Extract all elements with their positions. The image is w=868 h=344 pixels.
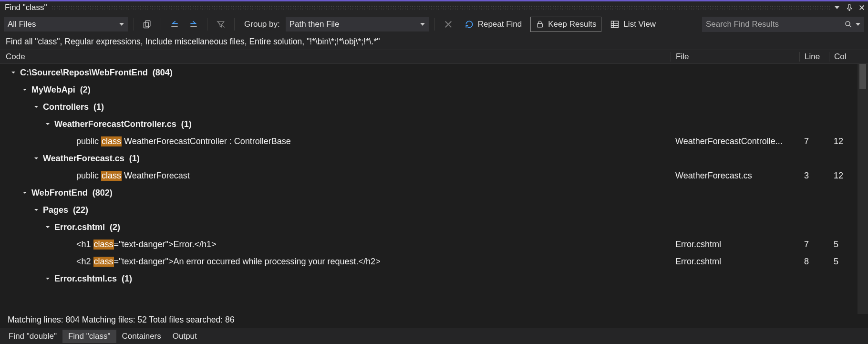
result-row[interactable]: <h1 class="text-danger">Error.</h1> Erro… <box>0 236 868 253</box>
result-row[interactable]: public class WeatherForecast WeatherFore… <box>0 167 868 184</box>
tree-group[interactable]: MyWebApi (2) <box>0 81 868 98</box>
file-label: Error.cshtml <box>54 222 105 232</box>
column-file[interactable]: File <box>671 52 799 62</box>
result-file: Error.cshtml <box>671 240 799 250</box>
result-col: 5 <box>829 257 858 267</box>
result-row[interactable]: <h2 class="text-danger">An error occurre… <box>0 253 868 270</box>
file-count: (2) <box>110 222 120 232</box>
result-line: 8 <box>799 257 829 267</box>
column-col[interactable]: Col <box>829 52 858 62</box>
tab-find-double[interactable]: Find "double" <box>3 330 62 343</box>
tree-group[interactable]: WebFrontEnd (802) <box>0 184 868 201</box>
group-label: Controllers <box>43 102 89 112</box>
group-label: C:\Source\Repos\WebFrontEnd <box>20 68 148 78</box>
group-label: WebFrontEnd <box>31 188 88 198</box>
group-count: (22) <box>73 205 88 215</box>
match-highlight: class <box>101 171 122 181</box>
copy-icon[interactable] <box>140 17 155 31</box>
tree-group[interactable]: Pages (22) <box>0 201 868 219</box>
tab-find-class[interactable]: Find "class" <box>62 330 116 343</box>
prev-result-icon[interactable] <box>167 17 182 31</box>
code-pre: public <box>76 171 101 181</box>
match-highlight: class <box>93 257 114 267</box>
tree-group[interactable]: Controllers (1) <box>0 98 868 115</box>
column-code[interactable]: Code <box>0 52 671 62</box>
search-results-input[interactable]: Search Find Results <box>702 17 864 32</box>
result-file: WeatherForecast.cs <box>671 171 799 181</box>
tree-group-root[interactable]: C:\Source\Repos\WebFrontEnd (804) <box>0 64 868 81</box>
result-col: 12 <box>829 171 858 181</box>
tree-file[interactable]: Error.cshtml.cs (1) <box>0 270 868 287</box>
keep-results-label: Keep Results <box>548 20 596 29</box>
svg-rect-1 <box>144 22 149 28</box>
group-label: MyWebApi <box>31 85 75 95</box>
expander-icon[interactable] <box>32 206 40 214</box>
repeat-find-button[interactable]: Repeat Find <box>460 17 527 32</box>
window-options-icon[interactable] <box>834 4 840 11</box>
toolbar: All Files Group by: Path then File <box>0 14 868 35</box>
code-post: ="text-danger">Error.</h1> <box>114 240 217 250</box>
list-view-button[interactable]: List View <box>605 17 661 32</box>
column-line[interactable]: Line <box>799 52 829 62</box>
file-count: (1) <box>181 119 192 129</box>
expander-icon[interactable] <box>32 103 40 111</box>
group-label: Pages <box>43 205 68 215</box>
results-tree[interactable]: C:\Source\Repos\WebFrontEnd (804) MyWebA… <box>0 64 868 314</box>
result-col: 5 <box>829 240 858 250</box>
file-label: WeatherForecastController.cs <box>54 119 176 129</box>
svg-rect-3 <box>611 21 619 27</box>
chevron-down-icon[interactable] <box>856 23 860 26</box>
list-view-label: List View <box>623 20 656 29</box>
group-count: (1) <box>93 102 104 112</box>
tab-output[interactable]: Output <box>167 330 203 343</box>
expander-icon[interactable] <box>21 189 29 197</box>
clear-filter-icon[interactable] <box>213 17 228 31</box>
tree-file[interactable]: WeatherForecast.cs (1) <box>0 150 868 167</box>
file-label: WeatherForecast.cs <box>43 154 124 164</box>
group-count: (802) <box>93 188 113 198</box>
tree-file[interactable]: Error.cshtml (2) <box>0 219 868 236</box>
match-highlight: class <box>93 240 114 250</box>
result-line: 3 <box>799 171 829 181</box>
expander-icon[interactable] <box>21 86 29 94</box>
panel-title: Find "class" <box>5 3 47 12</box>
result-row[interactable]: public class WeatherForecastController :… <box>0 133 868 150</box>
tab-containers[interactable]: Containers <box>116 330 167 343</box>
code-pre: public <box>76 136 101 146</box>
result-file: WeatherForecastControlle... <box>671 136 799 146</box>
file-label: Error.cshtml.cs <box>54 274 117 284</box>
expander-icon[interactable] <box>44 120 52 128</box>
expander-icon[interactable] <box>44 223 52 231</box>
code-post: WeatherForecast <box>122 171 190 181</box>
scrollbar[interactable] <box>858 64 868 314</box>
cancel-search-icon[interactable] <box>441 17 456 31</box>
group-count: (2) <box>80 85 91 95</box>
titlebar-grip[interactable] <box>51 5 830 10</box>
scope-dropdown[interactable]: All Files <box>4 17 128 31</box>
tree-file[interactable]: WeatherForecastController.cs (1) <box>0 115 868 133</box>
group-by-label: Group by: <box>240 20 282 29</box>
result-line: 7 <box>799 240 829 250</box>
file-count: (1) <box>129 154 140 164</box>
pin-icon[interactable] <box>846 4 853 11</box>
svg-point-4 <box>846 21 850 26</box>
result-col: 12 <box>829 136 858 146</box>
group-by-value: Path then File <box>289 20 340 29</box>
match-highlight: class <box>101 136 122 146</box>
group-by-dropdown[interactable]: Path then File <box>286 17 429 31</box>
svg-rect-2 <box>537 24 543 28</box>
expander-icon[interactable] <box>10 69 17 76</box>
panel-titlebar: Find "class" <box>0 1 868 14</box>
next-result-icon[interactable] <box>186 17 201 31</box>
svg-rect-0 <box>145 21 150 27</box>
keep-results-button[interactable]: Keep Results <box>530 17 601 32</box>
close-icon[interactable] <box>858 4 865 11</box>
search-summary: Find all "class", Regular expressions, I… <box>0 35 868 50</box>
scrollbar-thumb[interactable] <box>859 64 866 89</box>
search-placeholder: Search Find Results <box>706 20 844 29</box>
code-pre: <h2 <box>76 257 93 267</box>
column-header: Code File Line Col <box>0 50 868 64</box>
expander-icon[interactable] <box>32 155 40 162</box>
expander-icon[interactable] <box>44 275 52 282</box>
repeat-find-label: Repeat Find <box>478 20 522 29</box>
